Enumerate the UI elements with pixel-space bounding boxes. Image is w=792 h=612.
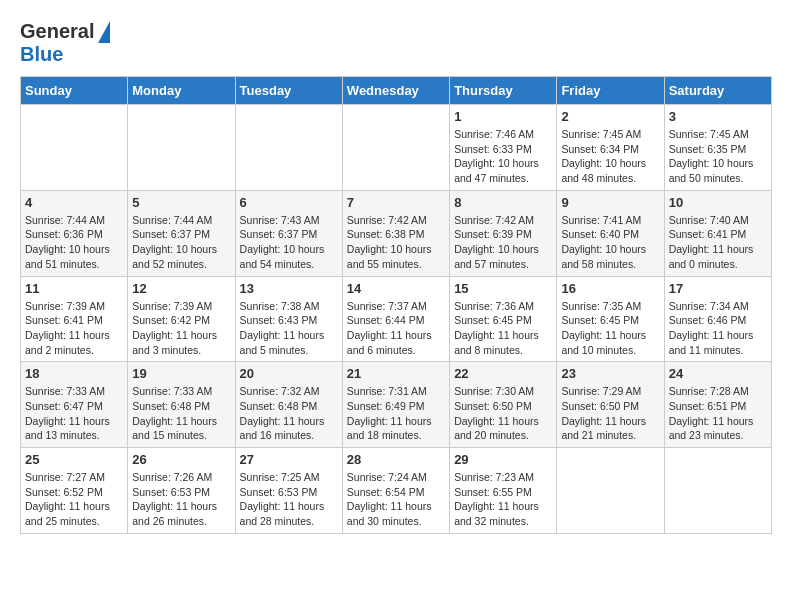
header-tuesday: Tuesday bbox=[235, 77, 342, 105]
day-info: Sunrise: 7:41 AMSunset: 6:40 PMDaylight:… bbox=[561, 213, 659, 272]
day-info: Sunrise: 7:27 AMSunset: 6:52 PMDaylight:… bbox=[25, 470, 123, 529]
day-info: Sunrise: 7:24 AMSunset: 6:54 PMDaylight:… bbox=[347, 470, 445, 529]
calendar-cell: 6Sunrise: 7:43 AMSunset: 6:37 PMDaylight… bbox=[235, 190, 342, 276]
header-thursday: Thursday bbox=[450, 77, 557, 105]
day-number: 25 bbox=[25, 452, 123, 467]
day-number: 9 bbox=[561, 195, 659, 210]
day-number: 16 bbox=[561, 281, 659, 296]
logo-blue-text: Blue bbox=[20, 43, 63, 65]
calendar-cell: 17Sunrise: 7:34 AMSunset: 6:46 PMDayligh… bbox=[664, 276, 771, 362]
day-number: 15 bbox=[454, 281, 552, 296]
logo: General Blue bbox=[20, 20, 110, 66]
day-info: Sunrise: 7:40 AMSunset: 6:41 PMDaylight:… bbox=[669, 213, 767, 272]
calendar-cell bbox=[21, 105, 128, 191]
logo-triangle-icon bbox=[98, 21, 110, 43]
day-number: 1 bbox=[454, 109, 552, 124]
day-info: Sunrise: 7:44 AMSunset: 6:36 PMDaylight:… bbox=[25, 213, 123, 272]
day-number: 29 bbox=[454, 452, 552, 467]
calendar-cell: 1Sunrise: 7:46 AMSunset: 6:33 PMDaylight… bbox=[450, 105, 557, 191]
day-info: Sunrise: 7:33 AMSunset: 6:48 PMDaylight:… bbox=[132, 384, 230, 443]
calendar-cell: 18Sunrise: 7:33 AMSunset: 6:47 PMDayligh… bbox=[21, 362, 128, 448]
calendar-cell: 25Sunrise: 7:27 AMSunset: 6:52 PMDayligh… bbox=[21, 448, 128, 534]
day-info: Sunrise: 7:34 AMSunset: 6:46 PMDaylight:… bbox=[669, 299, 767, 358]
header-sunday: Sunday bbox=[21, 77, 128, 105]
calendar-cell: 15Sunrise: 7:36 AMSunset: 6:45 PMDayligh… bbox=[450, 276, 557, 362]
day-info: Sunrise: 7:36 AMSunset: 6:45 PMDaylight:… bbox=[454, 299, 552, 358]
day-number: 20 bbox=[240, 366, 338, 381]
calendar-cell: 10Sunrise: 7:40 AMSunset: 6:41 PMDayligh… bbox=[664, 190, 771, 276]
day-info: Sunrise: 7:44 AMSunset: 6:37 PMDaylight:… bbox=[132, 213, 230, 272]
day-number: 5 bbox=[132, 195, 230, 210]
calendar-table: SundayMondayTuesdayWednesdayThursdayFrid… bbox=[20, 76, 772, 534]
header-friday: Friday bbox=[557, 77, 664, 105]
day-info: Sunrise: 7:46 AMSunset: 6:33 PMDaylight:… bbox=[454, 127, 552, 186]
day-info: Sunrise: 7:25 AMSunset: 6:53 PMDaylight:… bbox=[240, 470, 338, 529]
calendar-cell bbox=[235, 105, 342, 191]
header-saturday: Saturday bbox=[664, 77, 771, 105]
calendar-cell: 7Sunrise: 7:42 AMSunset: 6:38 PMDaylight… bbox=[342, 190, 449, 276]
calendar-cell: 26Sunrise: 7:26 AMSunset: 6:53 PMDayligh… bbox=[128, 448, 235, 534]
header-monday: Monday bbox=[128, 77, 235, 105]
calendar-cell: 29Sunrise: 7:23 AMSunset: 6:55 PMDayligh… bbox=[450, 448, 557, 534]
calendar-cell: 28Sunrise: 7:24 AMSunset: 6:54 PMDayligh… bbox=[342, 448, 449, 534]
calendar-cell: 20Sunrise: 7:32 AMSunset: 6:48 PMDayligh… bbox=[235, 362, 342, 448]
page-header: General Blue bbox=[20, 20, 772, 66]
calendar-cell: 12Sunrise: 7:39 AMSunset: 6:42 PMDayligh… bbox=[128, 276, 235, 362]
calendar-cell: 11Sunrise: 7:39 AMSunset: 6:41 PMDayligh… bbox=[21, 276, 128, 362]
calendar-cell: 5Sunrise: 7:44 AMSunset: 6:37 PMDaylight… bbox=[128, 190, 235, 276]
day-info: Sunrise: 7:31 AMSunset: 6:49 PMDaylight:… bbox=[347, 384, 445, 443]
calendar-cell bbox=[128, 105, 235, 191]
day-number: 27 bbox=[240, 452, 338, 467]
calendar-cell: 4Sunrise: 7:44 AMSunset: 6:36 PMDaylight… bbox=[21, 190, 128, 276]
calendar-cell bbox=[664, 448, 771, 534]
day-number: 14 bbox=[347, 281, 445, 296]
day-info: Sunrise: 7:39 AMSunset: 6:41 PMDaylight:… bbox=[25, 299, 123, 358]
header-wednesday: Wednesday bbox=[342, 77, 449, 105]
calendar-cell: 24Sunrise: 7:28 AMSunset: 6:51 PMDayligh… bbox=[664, 362, 771, 448]
day-number: 3 bbox=[669, 109, 767, 124]
calendar-cell: 22Sunrise: 7:30 AMSunset: 6:50 PMDayligh… bbox=[450, 362, 557, 448]
calendar-cell: 27Sunrise: 7:25 AMSunset: 6:53 PMDayligh… bbox=[235, 448, 342, 534]
day-number: 12 bbox=[132, 281, 230, 296]
day-number: 10 bbox=[669, 195, 767, 210]
calendar-cell: 13Sunrise: 7:38 AMSunset: 6:43 PMDayligh… bbox=[235, 276, 342, 362]
calendar-cell: 16Sunrise: 7:35 AMSunset: 6:45 PMDayligh… bbox=[557, 276, 664, 362]
calendar-cell: 21Sunrise: 7:31 AMSunset: 6:49 PMDayligh… bbox=[342, 362, 449, 448]
calendar-week-5: 25Sunrise: 7:27 AMSunset: 6:52 PMDayligh… bbox=[21, 448, 772, 534]
day-number: 13 bbox=[240, 281, 338, 296]
calendar-cell bbox=[342, 105, 449, 191]
day-number: 8 bbox=[454, 195, 552, 210]
day-info: Sunrise: 7:45 AMSunset: 6:34 PMDaylight:… bbox=[561, 127, 659, 186]
day-info: Sunrise: 7:42 AMSunset: 6:38 PMDaylight:… bbox=[347, 213, 445, 272]
logo-general-text: General bbox=[20, 20, 94, 43]
day-number: 28 bbox=[347, 452, 445, 467]
day-info: Sunrise: 7:28 AMSunset: 6:51 PMDaylight:… bbox=[669, 384, 767, 443]
day-number: 21 bbox=[347, 366, 445, 381]
day-info: Sunrise: 7:38 AMSunset: 6:43 PMDaylight:… bbox=[240, 299, 338, 358]
day-info: Sunrise: 7:39 AMSunset: 6:42 PMDaylight:… bbox=[132, 299, 230, 358]
calendar-week-1: 1Sunrise: 7:46 AMSunset: 6:33 PMDaylight… bbox=[21, 105, 772, 191]
day-number: 6 bbox=[240, 195, 338, 210]
calendar-week-2: 4Sunrise: 7:44 AMSunset: 6:36 PMDaylight… bbox=[21, 190, 772, 276]
day-info: Sunrise: 7:32 AMSunset: 6:48 PMDaylight:… bbox=[240, 384, 338, 443]
day-number: 26 bbox=[132, 452, 230, 467]
calendar-cell: 14Sunrise: 7:37 AMSunset: 6:44 PMDayligh… bbox=[342, 276, 449, 362]
day-info: Sunrise: 7:23 AMSunset: 6:55 PMDaylight:… bbox=[454, 470, 552, 529]
day-number: 4 bbox=[25, 195, 123, 210]
day-info: Sunrise: 7:37 AMSunset: 6:44 PMDaylight:… bbox=[347, 299, 445, 358]
day-number: 19 bbox=[132, 366, 230, 381]
day-info: Sunrise: 7:33 AMSunset: 6:47 PMDaylight:… bbox=[25, 384, 123, 443]
calendar-cell: 2Sunrise: 7:45 AMSunset: 6:34 PMDaylight… bbox=[557, 105, 664, 191]
day-info: Sunrise: 7:35 AMSunset: 6:45 PMDaylight:… bbox=[561, 299, 659, 358]
day-info: Sunrise: 7:42 AMSunset: 6:39 PMDaylight:… bbox=[454, 213, 552, 272]
day-info: Sunrise: 7:30 AMSunset: 6:50 PMDaylight:… bbox=[454, 384, 552, 443]
day-number: 23 bbox=[561, 366, 659, 381]
calendar-cell: 9Sunrise: 7:41 AMSunset: 6:40 PMDaylight… bbox=[557, 190, 664, 276]
header-row: SundayMondayTuesdayWednesdayThursdayFrid… bbox=[21, 77, 772, 105]
day-number: 17 bbox=[669, 281, 767, 296]
day-number: 18 bbox=[25, 366, 123, 381]
calendar-week-3: 11Sunrise: 7:39 AMSunset: 6:41 PMDayligh… bbox=[21, 276, 772, 362]
day-number: 2 bbox=[561, 109, 659, 124]
calendar-cell: 19Sunrise: 7:33 AMSunset: 6:48 PMDayligh… bbox=[128, 362, 235, 448]
calendar-cell: 23Sunrise: 7:29 AMSunset: 6:50 PMDayligh… bbox=[557, 362, 664, 448]
